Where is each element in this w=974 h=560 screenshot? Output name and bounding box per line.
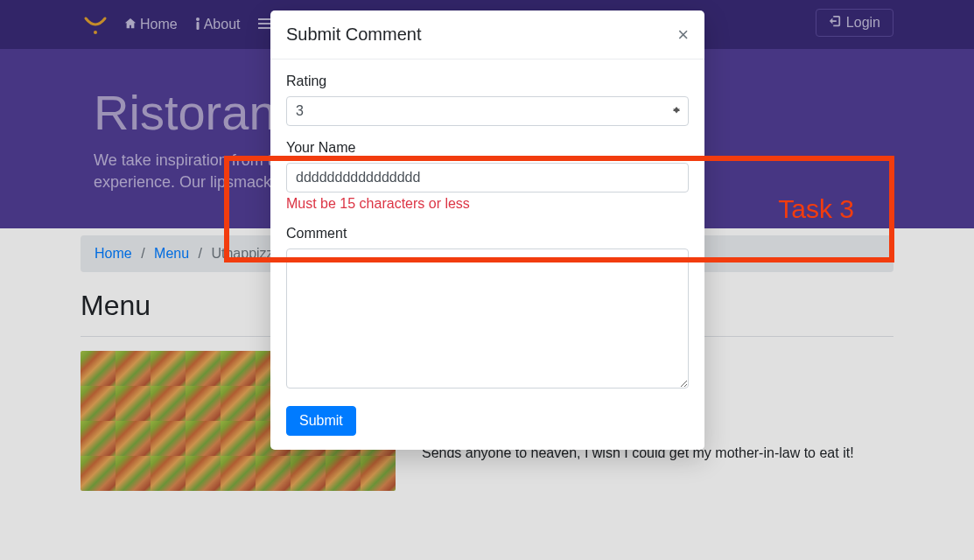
modal-body: Rating Your Name Must be 15 characters o… xyxy=(270,60,704,450)
submit-label: Submit xyxy=(299,413,343,428)
name-error: Must be 15 characters or less xyxy=(286,196,689,212)
name-label: Your Name xyxy=(286,140,689,156)
rating-select[interactable] xyxy=(286,96,689,126)
submit-comment-modal: Submit Comment × Rating Your Name Must b… xyxy=(270,10,704,450)
comment-group: Comment xyxy=(286,226,689,392)
name-input[interactable] xyxy=(286,163,689,192)
comment-textarea[interactable] xyxy=(286,248,689,388)
comment-label: Comment xyxy=(286,226,689,242)
close-icon: × xyxy=(677,24,689,46)
rating-select-wrap xyxy=(286,96,689,126)
rating-group: Rating xyxy=(286,74,689,126)
rating-label: Rating xyxy=(286,74,689,89)
submit-button[interactable]: Submit xyxy=(286,406,356,436)
modal-header: Submit Comment × xyxy=(270,10,704,60)
close-button[interactable]: × xyxy=(677,25,689,45)
name-group: Your Name Must be 15 characters or less xyxy=(286,140,689,212)
modal-title: Submit Comment xyxy=(286,24,422,45)
